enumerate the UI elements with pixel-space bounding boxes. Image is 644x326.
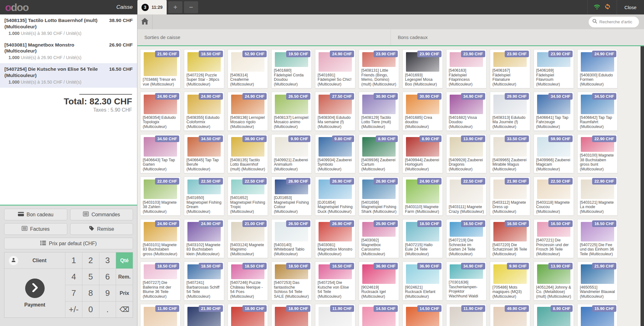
product-card[interactable]: 24.90 CHF [5401691] Fädelspiel So Chic! … (315, 49, 355, 88)
product-card[interactable]: 8.90 CHF (534, 304, 574, 326)
product-card[interactable]: 24.90 CHF [5408354] Eduludo Topologix (M… (140, 92, 180, 131)
product-card[interactable]: 18.90 CHF (228, 304, 268, 326)
order-line[interactable]: [5408135] Tactilo Lotto Bauernhof (mult)… (0, 14, 137, 39)
numpad-key[interactable]: 5 (82, 269, 99, 285)
product-card[interactable]: 18.50 CHF [5407241] Barbarossas Schiff 5… (184, 262, 224, 301)
product-card[interactable]: 26.90 CHF [DJ01653] Magnetspiel Fishing … (271, 177, 312, 216)
product-card[interactable]: 26.90 CHF [5401656] Magnetspiel Fishing … (359, 177, 399, 216)
numpad-key[interactable]: 8 (82, 285, 99, 301)
product-card[interactable]: 11.90 CHF (140, 304, 180, 326)
product-card[interactable]: 21.90 CHF [4650551] Wandmeter Blauwal (M… (577, 262, 618, 301)
numpad-key[interactable]: 3 (99, 252, 116, 268)
product-card[interactable]: 22.50 CHF [5403118] Magnete Coucou (Mult… (534, 177, 574, 216)
control-button[interactable]: Factures (4, 223, 67, 235)
product-card[interactable]: 49.90 CHF (490, 304, 530, 326)
product-card[interactable]: 14.50 CHF [4042386] (359, 304, 399, 326)
product-card[interactable]: 38.90 CHF [5408135] Tactilo Lotto Bauern… (228, 134, 268, 173)
product-card[interactable]: 30.90 CHF [5408129] Tactilo Lotto Tiere … (359, 92, 399, 131)
client-button[interactable]: Client (4, 252, 65, 268)
product-card[interactable]: 21.90 CHF [5403112] Magnete Dress up (Mu… (490, 177, 530, 216)
product-card[interactable]: 21.00 CHF [5403124] Magnete Magnimo (Mul… (228, 219, 268, 258)
add-order-button[interactable]: + (168, 1, 182, 13)
product-card[interactable]: 14.50 CHF [4042387] (402, 304, 443, 326)
product-card[interactable]: 26.50 CHF [5403140] Whiteboard Tablo (Mu… (271, 219, 312, 258)
product-card[interactable]: 24.90 CHF [5408136] Lernspiel Mosaico ri… (228, 92, 268, 131)
product-card[interactable]: 22.00 CHF [5403103] Magnete 38 Zahlen (M… (140, 177, 180, 216)
product-card[interactable]: 16.50 CHF [5407254] Die Kutsche von Elis… (315, 262, 355, 301)
control-button[interactable]: Remise (70, 223, 133, 235)
product-card[interactable]: 24.90 CHF [5403110] Magnete Farm (Multic… (402, 177, 443, 216)
product-card[interactable]: 13.90 CHF [4051264] Johnny & Co. (Metall… (534, 262, 574, 301)
product-card[interactable]: 26.90 CHF [DJ01654] Magnetspiel Fishing … (315, 177, 355, 216)
product-card[interactable]: 34.50 CHF [5406642] Tap Tap Raumfahrt (M… (577, 92, 618, 131)
product-card[interactable]: 9.90 CHF [5409921] Zauberei Animalium (M… (271, 134, 312, 173)
product-card[interactable]: 52.90 CHF [5406314] Creaferme (Multicoul… (228, 49, 268, 88)
active-order-tab[interactable]: 3 11:29 (137, 0, 167, 14)
product-card[interactable]: 27.50 CHF [5408304] Eduludo Ma semaine (… (315, 92, 355, 131)
product-card[interactable]: 26.90 CHF [5403081] Magnetbox Monstro (M… (315, 219, 355, 258)
product-card[interactable]: 13.90 CHF [5409928] Zauberei Dragonis (M… (446, 134, 486, 173)
product-card[interactable]: 23.90 CHF [5406169] Fädelspiel Filavroum… (534, 49, 574, 88)
product-card[interactable]: 34.90 CHF [5401682] Vissa Doudou (Multic… (446, 92, 486, 131)
numpad-key[interactable]: 9 (99, 285, 116, 301)
product-card[interactable]: 24.90 CHF [5408300] Eduludo Formen (Mult… (577, 49, 618, 88)
order-line[interactable]: [5403081] Magnetbox Monstro (Multicouleu… (0, 39, 137, 64)
product-card[interactable]: 26.50 CHF [5408137] Lernspiel Mosaico an… (271, 92, 312, 131)
numpad-key[interactable]: Qté (116, 252, 133, 268)
product-card[interactable]: 59.90 CHF [5409966] Zauberei Magicam (Mu… (534, 134, 574, 173)
product-card[interactable]: 24.90 CHF [5403101] Magnete 83 Buchstabe… (140, 219, 180, 258)
product-card[interactable]: 23.90 CHF [5408131] Little Friends (Bing… (359, 49, 399, 88)
product-card[interactable]: 22.90 CHF [5403100] Magnete 38 Buchstabe… (577, 134, 618, 173)
product-card[interactable]: 21.90 CHF (184, 304, 224, 326)
numpad-key[interactable]: ⌫ (116, 301, 133, 318)
product-card[interactable]: 22.90 CHF [5403121] Magnete La mode (Mul… (577, 177, 618, 216)
product-card[interactable]: 16.50 CHF [5407221] Die Prinzessin und d… (534, 219, 574, 258)
product-card[interactable]: 18.50 CHF [5407246] Puzzle Château féeri… (228, 262, 268, 301)
product-card[interactable]: 8.90 CHF [5409944] Zauberei Horlogium (M… (402, 134, 443, 173)
category-button[interactable]: Bons cadeaux (391, 29, 644, 45)
vertical-scrollbar[interactable] (641, 46, 644, 326)
order-line[interactable]: [5407254] Die Kutsche von Elise 54 Teile… (0, 63, 137, 88)
numpad-key[interactable]: . (99, 301, 116, 318)
product-card[interactable]: 19.50 CHF [5401680] Fädelspiel Corda Dou… (271, 49, 312, 88)
product-card[interactable]: 24.90 CHF [5408355] Eduludo Coloformix (… (184, 92, 224, 131)
close-button[interactable]: Close (617, 0, 644, 14)
product-card[interactable]: 33.50 CHF [5409965] Zauberei Mirabile Ma… (490, 134, 530, 173)
product-card[interactable]: 11.90 CHF [276182514] Piraten (315, 304, 355, 326)
product-card[interactable]: 18.50 CHF [5407226] Puzzle Super Star - … (184, 49, 224, 88)
payment-button[interactable]: Payment (4, 269, 65, 318)
product-card[interactable]: 23.90 CHF [5406167] Fädelspiel Filanatur… (490, 49, 530, 88)
product-card[interactable]: 8.90 CHF [5409936] Zauberei Cartum (Mult… (359, 134, 399, 173)
product-card[interactable]: 22.50 CHF [5403111] Magnete Crazy (Multi… (446, 177, 486, 216)
search-input[interactable] (599, 19, 635, 24)
product-card[interactable]: 23.90 CHF [5406163] Fädelspiel Filaprinc… (446, 49, 486, 88)
product-card[interactable]: 18.90 CHF (271, 304, 312, 326)
product-card[interactable]: 36.90 CHF [9024621] Rucksack Elefant (Mu… (402, 262, 443, 301)
sync-icon[interactable] (604, 3, 611, 11)
product-card[interactable]: 29.90 CHF [5408313] Eduludo Ma Journée (… (490, 92, 530, 131)
numpad-key[interactable]: 1 (65, 252, 82, 268)
product-card[interactable]: 23.90 CHF [5401693] Legespiel Mosa Boo (… (402, 49, 443, 88)
product-card[interactable]: 34.50 CHF [5406645] Tap Tap Berufe (Mult… (184, 134, 224, 173)
numpad-key[interactable]: 7 (65, 285, 82, 301)
numpad-key[interactable]: Prix (116, 285, 133, 301)
product-card[interactable]: 16.50 CHF [5407220] Die Schatzinsel 36 T… (490, 219, 530, 258)
numpad-key[interactable]: Rem. (116, 269, 133, 285)
product-card[interactable]: 9.80 CHF [5409934] Zauberei Symbolo (Mul… (315, 134, 355, 173)
product-card[interactable]: 25.90 CHF [5403082] Magnetbox Carossimo … (359, 219, 399, 258)
remove-order-button[interactable]: − (184, 1, 198, 13)
product-card[interactable]: 18.50 CHF [5407215] Hallo Eule 24 Teile … (402, 219, 443, 258)
product-card[interactable]: 16.50 CHF [5407225] Die Fee und das Einh… (577, 219, 618, 258)
product-card[interactable]: 34.90 CHF [70301636] Taschenlampen-Proje… (446, 262, 486, 301)
product-card[interactable]: 18.50 CHF [5407253] Das fantastische Sch… (271, 262, 312, 301)
category-button[interactable]: Sorties de caisse (137, 29, 391, 45)
product-card[interactable]: 11.90 CHF (446, 304, 486, 326)
control-button[interactable]: Bon cadeau (4, 209, 67, 220)
numpad-key[interactable]: +/- (65, 301, 82, 318)
product-card[interactable]: 15.90 CHF (577, 304, 618, 326)
product-card[interactable]: 22.50 CHF [5401650] Magnetspiel Fishing … (184, 177, 224, 216)
product-card[interactable]: 24.90 CHF [5403102] Magnete 83 Buchstabe… (184, 219, 224, 258)
numpad-key[interactable]: 4 (65, 269, 82, 285)
product-card[interactable]: 21.90 CHF [703466] Trésor en vue (Multic… (140, 49, 180, 88)
product-card[interactable]: 34.50 CHF [5406641] Tap Tap Fahrzeuge (M… (534, 92, 574, 131)
